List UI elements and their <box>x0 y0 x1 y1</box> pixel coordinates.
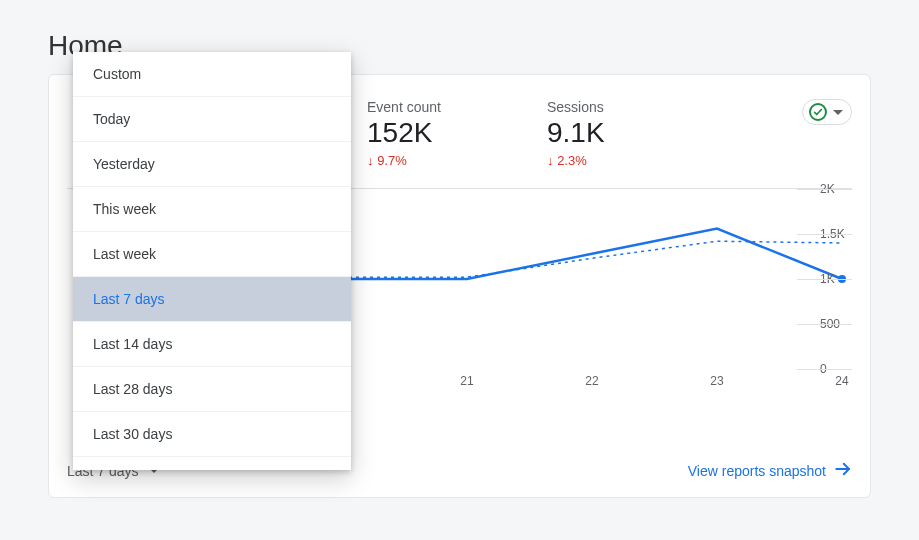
dropdown-item[interactable]: Custom <box>73 52 351 97</box>
metric-label: Event count <box>367 99 507 115</box>
x-tick-label: 21 <box>460 374 473 388</box>
date-range-dropdown[interactable]: CustomTodayYesterdayThis weekLast weekLa… <box>73 52 351 470</box>
metric-value: 9.1K <box>547 117 687 149</box>
dropdown-item[interactable]: Last 14 days <box>73 322 351 367</box>
metric-value: 152K <box>367 117 507 149</box>
x-tick-label: 22 <box>585 374 598 388</box>
check-circle-icon <box>809 103 827 121</box>
chevron-down-icon <box>833 110 843 115</box>
view-reports-label: View reports snapshot <box>688 463 826 479</box>
status-pill[interactable] <box>802 99 852 125</box>
dropdown-item[interactable]: Last week <box>73 232 351 277</box>
dropdown-item[interactable]: Last 30 days <box>73 412 351 457</box>
x-tick-label: 24 <box>835 374 848 388</box>
dropdown-item[interactable]: Today <box>73 97 351 142</box>
metric-event-count[interactable]: Event count 152K 9.7% <box>367 99 507 168</box>
metric-label: Sessions <box>547 99 687 115</box>
arrow-right-icon <box>834 460 852 481</box>
metric-delta: 9.7% <box>367 153 507 168</box>
dropdown-item[interactable]: Yesterday <box>73 142 351 187</box>
x-tick-label: 23 <box>710 374 723 388</box>
dropdown-item[interactable]: Last 28 days <box>73 367 351 412</box>
view-reports-link[interactable]: View reports snapshot <box>688 460 852 481</box>
dropdown-item[interactable]: This week <box>73 187 351 232</box>
metric-sessions[interactable]: Sessions 9.1K 2.3% <box>547 99 687 168</box>
metric-delta: 2.3% <box>547 153 687 168</box>
dropdown-item[interactable]: Last 60 days <box>73 457 351 470</box>
dropdown-item[interactable]: Last 7 days <box>73 277 351 322</box>
